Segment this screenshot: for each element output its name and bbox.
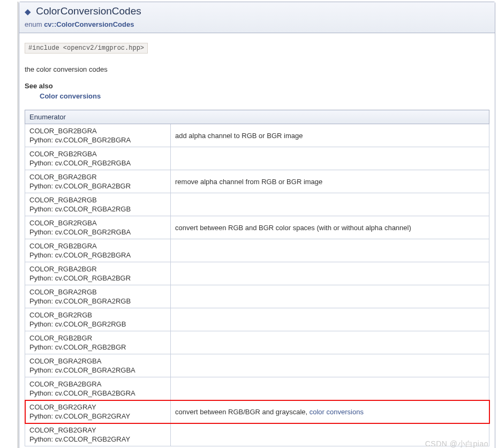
enum-desc: remove alpha channel from RGB or BGR ima… <box>175 178 322 186</box>
enum-desc-cell: convert between RGB/BGR and grayscale, c… <box>171 400 489 423</box>
python-prefix: Python: <box>29 412 55 420</box>
table-row: COLOR_BGRA2RGBPython: cv.COLOR_BGRA2RGB <box>25 285 489 308</box>
enum-name: COLOR_RGB2BGR <box>29 334 166 342</box>
enum-desc-cell <box>171 193 489 216</box>
enum-desc: convert between RGB and BGR color spaces… <box>175 224 411 232</box>
see-also-link[interactable]: Color conversions <box>40 92 101 100</box>
left-rule <box>18 2 18 448</box>
enum-python: Python: cv.COLOR_BGR2GRAY <box>29 412 166 420</box>
python-name: cv.COLOR_RGB2GRAY <box>55 435 130 443</box>
enum-desc-cell <box>171 308 489 331</box>
see-also-label: See also <box>25 82 489 90</box>
table-row: COLOR_RGBA2BGRAPython: cv.COLOR_RGBA2BGR… <box>25 377 489 400</box>
enum-desc-cell <box>171 331 489 354</box>
python-name: cv.COLOR_RGB2BGR <box>55 343 126 351</box>
enum-desc-link[interactable]: color conversions <box>310 408 364 416</box>
enum-desc: convert between RGB/BGR and grayscale, <box>175 408 310 416</box>
enum-name: COLOR_BGR2RGB <box>29 311 166 319</box>
python-prefix: Python: <box>29 343 55 351</box>
python-name: cv.COLOR_BGRA2RGB <box>55 297 131 305</box>
python-name: cv.COLOR_RGBA2RGB <box>55 205 131 213</box>
enum-name: COLOR_RGBA2BGR <box>29 265 166 273</box>
enum-name: COLOR_RGB2GRAY <box>29 426 166 434</box>
table-row: COLOR_BGR2GRAYPython: cv.COLOR_BGR2GRAYc… <box>25 400 489 423</box>
python-prefix: Python: <box>29 297 55 305</box>
enum-desc: add alpha channel to RGB or BGR image <box>175 132 303 140</box>
enum-desc-cell <box>171 285 489 308</box>
enum-python: Python: cv.COLOR_BGRA2RGB <box>29 297 166 305</box>
python-prefix: Python: <box>29 366 55 374</box>
enum-name-cell: COLOR_BGR2RGBAPython: cv.COLOR_BGR2RGBA <box>25 216 171 239</box>
panel-body: #include <opencv2/imgproc.hpp> the color… <box>19 33 495 448</box>
python-name: cv.COLOR_BGR2GRAY <box>55 412 130 420</box>
table-row: COLOR_BGR2RGBAPython: cv.COLOR_BGR2RGBAc… <box>25 216 489 239</box>
enum-desc-cell <box>171 377 489 400</box>
enum-name-cell: COLOR_BGRA2RGBPython: cv.COLOR_BGRA2RGB <box>25 285 171 308</box>
enum-name-cell: COLOR_BGRA2RGBAPython: cv.COLOR_BGRA2RGB… <box>25 354 171 377</box>
enum-name: COLOR_RGBA2RGB <box>29 196 166 204</box>
enum-name-cell: COLOR_RGB2BGRAPython: cv.COLOR_RGB2BGRA <box>25 239 171 262</box>
table-row: COLOR_RGB2BGRAPython: cv.COLOR_RGB2BGRA <box>25 239 489 262</box>
python-prefix: Python: <box>29 389 55 397</box>
table-row: COLOR_BGRA2RGBAPython: cv.COLOR_BGRA2RGB… <box>25 354 489 377</box>
enum-name-cell: COLOR_RGBA2BGRPython: cv.COLOR_RGBA2BGR <box>25 262 171 285</box>
enum-name-cell: COLOR_RGBA2RGBPython: cv.COLOR_RGBA2RGB <box>25 193 171 216</box>
enum-name-cell: COLOR_RGB2BGRPython: cv.COLOR_RGB2BGR <box>25 331 171 354</box>
enum-python: Python: cv.COLOR_BGR2RGBA <box>29 228 166 236</box>
enum-desc-cell: add alpha channel to RGB or BGR image <box>171 124 489 147</box>
python-name: cv.COLOR_RGB2RGBA <box>55 159 131 167</box>
enumerator-table: Enumerator COLOR_BGR2BGRAPython: cv.COLO… <box>25 110 489 446</box>
enum-panel: ◆ ColorConversionCodes enum cv::ColorCon… <box>19 2 495 448</box>
table-header: Enumerator <box>25 110 489 124</box>
enum-desc-cell <box>171 354 489 377</box>
enum-python: Python: cv.COLOR_RGB2BGR <box>29 343 166 351</box>
python-prefix: Python: <box>29 228 55 236</box>
enum-python: Python: cv.COLOR_RGB2BGRA <box>29 251 166 259</box>
python-name: cv.COLOR_BGRA2BGR <box>55 182 131 190</box>
enum-link[interactable]: cv::ColorConversionCodes <box>44 20 134 28</box>
keyword-enum: enum <box>25 20 44 28</box>
enum-python: Python: cv.COLOR_RGB2GRAY <box>29 435 166 443</box>
enum-desc-cell <box>171 239 489 262</box>
enum-python: Python: cv.COLOR_RGBA2BGR <box>29 274 166 282</box>
enum-name: COLOR_BGR2GRAY <box>29 403 166 411</box>
enum-name: COLOR_BGR2RGBA <box>29 219 166 227</box>
enum-desc-cell: remove alpha channel from RGB or BGR ima… <box>171 170 489 193</box>
python-name: cv.COLOR_RGBA2BGRA <box>55 389 135 397</box>
python-prefix: Python: <box>29 435 55 443</box>
python-prefix: Python: <box>29 182 55 190</box>
see-also-link-wrap: Color conversions <box>40 92 489 100</box>
panel-header: ◆ ColorConversionCodes enum cv::ColorCon… <box>19 2 495 33</box>
table-row: COLOR_BGRA2BGRPython: cv.COLOR_BGRA2BGRr… <box>25 170 489 193</box>
title-text: ColorConversionCodes <box>36 5 141 17</box>
python-name: cv.COLOR_BGR2BGRA <box>55 136 131 144</box>
enum-python: Python: cv.COLOR_BGR2RGB <box>29 320 166 328</box>
enum-name-cell: COLOR_RGB2GRAYPython: cv.COLOR_RGB2GRAY <box>25 423 171 446</box>
python-name: cv.COLOR_RGB2BGRA <box>55 251 131 259</box>
table-row: COLOR_RGB2GRAYPython: cv.COLOR_RGB2GRAY <box>25 423 489 446</box>
table-row: COLOR_RGBA2BGRPython: cv.COLOR_RGBA2BGR <box>25 262 489 285</box>
table-row: COLOR_RGB2RGBAPython: cv.COLOR_RGB2RGBA <box>25 147 489 170</box>
enum-name-cell: COLOR_BGR2GRAYPython: cv.COLOR_BGR2GRAY <box>25 400 171 423</box>
enum-name: COLOR_BGRA2BGR <box>29 173 166 181</box>
anchor-icon[interactable]: ◆ <box>25 7 31 16</box>
enum-name-cell: COLOR_BGR2RGBPython: cv.COLOR_BGR2RGB <box>25 308 171 331</box>
table-row: COLOR_RGB2BGRPython: cv.COLOR_RGB2BGR <box>25 331 489 354</box>
enum-python: Python: cv.COLOR_RGBA2BGRA <box>29 389 166 397</box>
enum-name-cell: COLOR_RGB2RGBAPython: cv.COLOR_RGB2RGBA <box>25 147 171 170</box>
enum-name-cell: COLOR_BGR2BGRAPython: cv.COLOR_BGR2BGRA <box>25 124 171 147</box>
panel-subtitle: enum cv::ColorConversionCodes <box>25 20 489 28</box>
enum-desc-cell <box>171 147 489 170</box>
include-directive: #include <opencv2/imgproc.hpp> <box>25 43 148 54</box>
python-prefix: Python: <box>29 320 55 328</box>
python-name: cv.COLOR_BGRA2RGBA <box>55 366 135 374</box>
enum-name-cell: COLOR_RGBA2BGRAPython: cv.COLOR_RGBA2BGR… <box>25 377 171 400</box>
python-name: cv.COLOR_RGBA2BGR <box>55 274 131 282</box>
enum-name: COLOR_RGB2BGRA <box>29 242 166 250</box>
python-prefix: Python: <box>29 205 55 213</box>
intro-text: the color conversion codes <box>25 65 489 73</box>
enum-desc-cell: convert between RGB and BGR color spaces… <box>171 216 489 239</box>
enum-name: COLOR_BGRA2RGB <box>29 288 166 296</box>
enum-python: Python: cv.COLOR_BGRA2BGR <box>29 182 166 190</box>
python-prefix: Python: <box>29 136 55 144</box>
